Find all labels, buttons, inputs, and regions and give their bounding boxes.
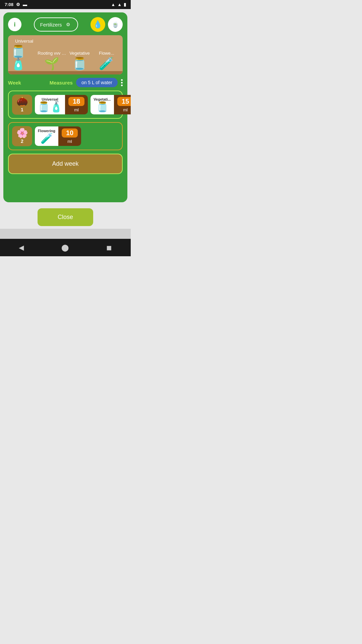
fert-emoji-universal: 🫙🧴 <box>38 102 62 112</box>
fert-img-universal: Universal 🫙🧴 <box>35 95 65 114</box>
fert-img-vegetative: Vegetati... 🫙 <box>90 95 114 114</box>
home-button[interactable]: ⬤ <box>61 244 69 252</box>
measures-right: Measures on 5 L of water <box>50 78 123 87</box>
week-row: Week Measures on 5 L of water <box>8 78 123 87</box>
info-button[interactable]: i <box>8 18 21 31</box>
shelf-label-flowering: Flowe... <box>99 51 114 56</box>
add-week-button[interactable]: Add week <box>8 154 123 174</box>
close-button[interactable]: Close <box>38 208 93 226</box>
fert-amount-vegetative: 15 ml <box>114 95 131 114</box>
fertilizers-label: Fertilizers <box>40 22 62 28</box>
week1-plant-icon: 🌰 <box>16 97 28 106</box>
header: i Fertilizers ⚙ 💧 🍵 <box>8 17 123 32</box>
dots-menu[interactable] <box>121 79 123 86</box>
water-badge[interactable]: on 5 L of water <box>76 78 118 87</box>
fert-img-flowering: Flowering 🧪 <box>35 126 58 146</box>
measures-label: Measures <box>50 80 73 86</box>
fert-name-vegetative: Vegetati... <box>94 97 111 101</box>
week-num-box-2: 🌸 2 <box>12 126 32 146</box>
dot3 <box>121 85 123 86</box>
week-card-1: 🌰 1 Universal 🫙🧴 18 ml Vegetati... 🫙 15 … <box>8 91 123 119</box>
week-label: Week <box>8 80 21 86</box>
fertilizer-card-universal[interactable]: Universal 🫙🧴 18 ml <box>35 95 88 114</box>
shelf-label-rooting: Rooting vvv hh... <box>38 51 66 56</box>
week-num-box-1: 🌰 1 <box>12 95 32 115</box>
status-bar: 7:08 ⚙ ▬ ▲ ▲ ▮ <box>0 0 131 9</box>
week2-plant-icon: 🌸 <box>16 128 28 138</box>
week1-num: 1 <box>21 107 23 112</box>
shelf-item-universal[interactable]: Universal 🫙🧴 <box>11 39 38 72</box>
shelf-img-flowering: 🧪 <box>99 58 114 70</box>
card-spacer <box>8 177 123 198</box>
back-button[interactable]: ◀ <box>19 244 24 252</box>
time: 7:08 <box>5 2 13 7</box>
fert-emoji-flowering: 🧪 <box>41 133 53 144</box>
week2-num: 2 <box>21 139 23 144</box>
main-card: i Fertilizers ⚙ 💧 🍵 Universal 🫙🧴 Rooting… <box>3 12 127 202</box>
shelf-img-universal: 🫙🧴 <box>11 46 38 70</box>
signal-icon: ▲ <box>117 2 122 7</box>
shelf-item-vegetative[interactable]: Vegetative 🫙 <box>66 51 93 72</box>
bottom-strip <box>0 229 131 239</box>
nav-bar: ◀ ⬤ ◼ <box>0 239 131 256</box>
recents-button[interactable]: ◼ <box>106 244 112 252</box>
fert-ml-flowering: ml <box>67 139 72 144</box>
fert-emoji-vegetative: 🫙 <box>96 102 109 112</box>
seed-icon: 🍵 <box>112 21 119 28</box>
shelf-label-universal: Universal <box>15 39 33 44</box>
battery-icon: ▮ <box>124 2 126 7</box>
fertilizer-shelf: Universal 🫙🧴 Rooting vvv hh... 🌱 Vegetat… <box>8 35 123 74</box>
fert-num-universal: 18 <box>68 97 84 106</box>
drop-button[interactable]: 💧 <box>90 17 105 32</box>
fertilizer-card-flowering[interactable]: Flowering 🧪 10 ml <box>35 126 81 146</box>
fertilizer-card-vegetative[interactable]: Vegetati... 🫙 15 ml <box>90 95 131 114</box>
fertilizers-button[interactable]: Fertilizers ⚙ <box>34 17 78 32</box>
shelf-img-vegetative: 🫙 <box>72 58 87 70</box>
header-right: 💧 🍵 <box>90 17 123 32</box>
shelf-item-rooting[interactable]: Rooting vvv hh... 🌱 <box>38 51 66 72</box>
fert-amount-universal: 18 ml <box>65 95 88 114</box>
wifi-icon: ▲ <box>111 2 115 7</box>
fert-num-vegetative: 15 <box>117 97 131 106</box>
shelf-item-flowering[interactable]: Flowe... 🧪 <box>93 51 120 72</box>
status-right: ▲ ▲ ▮ <box>111 2 126 7</box>
shelf-img-rooting: 🌱 <box>44 58 59 70</box>
clip-status-icon: ▬ <box>23 2 27 7</box>
fert-num-flowering: 10 <box>62 128 78 138</box>
fert-ml-universal: ml <box>74 107 79 112</box>
week-card-2: 🌸 2 Flowering 🧪 10 ml <box>8 122 123 150</box>
shelf-label-vegetative: Vegetative <box>69 51 90 56</box>
fert-name-flowering: Flowering <box>38 129 55 133</box>
dot2 <box>121 82 123 84</box>
fert-ml-vegetative: ml <box>123 107 128 112</box>
fert-amount-flowering: 10 ml <box>58 126 81 146</box>
seed-button[interactable]: 🍵 <box>108 17 123 32</box>
gear-icon: ⚙ <box>65 21 72 28</box>
dot1 <box>121 79 123 81</box>
status-left: 7:08 ⚙ ▬ <box>5 2 27 7</box>
settings-status-icon: ⚙ <box>16 2 20 7</box>
fert-name-universal: Universal <box>42 97 58 101</box>
drop-icon: 💧 <box>93 20 102 29</box>
